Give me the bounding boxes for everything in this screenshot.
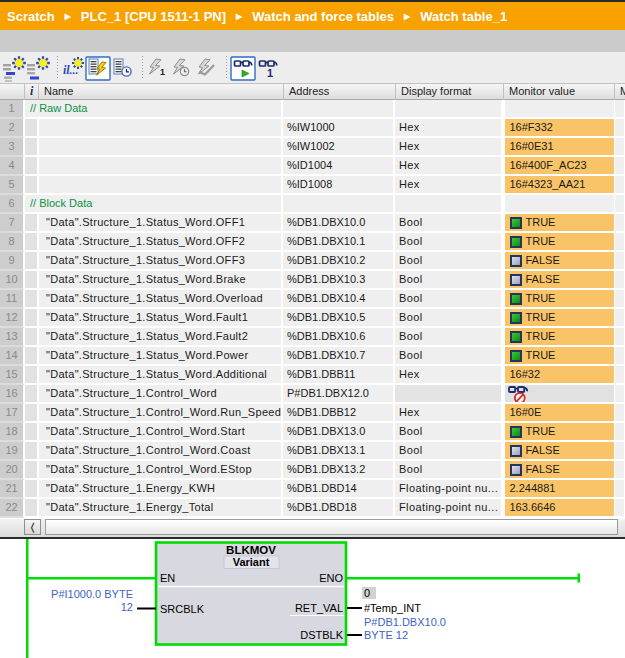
svg-text:1: 1 bbox=[267, 67, 273, 79]
svg-text:12: 12 bbox=[121, 601, 133, 613]
svg-text:Variant: Variant bbox=[233, 556, 270, 568]
svg-text:DSTBLK: DSTBLK bbox=[300, 629, 343, 641]
svg-text:P#I1000.0 BYTE: P#I1000.0 BYTE bbox=[51, 588, 133, 600]
svg-text:RET_VAL: RET_VAL bbox=[295, 602, 343, 614]
svg-text:0: 0 bbox=[364, 587, 370, 599]
svg-text:P#DB1.DBX10.0: P#DB1.DBX10.0 bbox=[364, 616, 446, 628]
svg-text:1: 1 bbox=[160, 67, 165, 77]
svg-text:EN: EN bbox=[160, 572, 175, 584]
svg-text:BYTE 12: BYTE 12 bbox=[364, 629, 408, 641]
svg-text:#Temp_INT: #Temp_INT bbox=[364, 602, 421, 614]
svg-text:SRCBLK: SRCBLK bbox=[160, 603, 205, 615]
svg-text:ENO: ENO bbox=[319, 572, 343, 584]
svg-text:BLKMOV: BLKMOV bbox=[226, 544, 276, 556]
